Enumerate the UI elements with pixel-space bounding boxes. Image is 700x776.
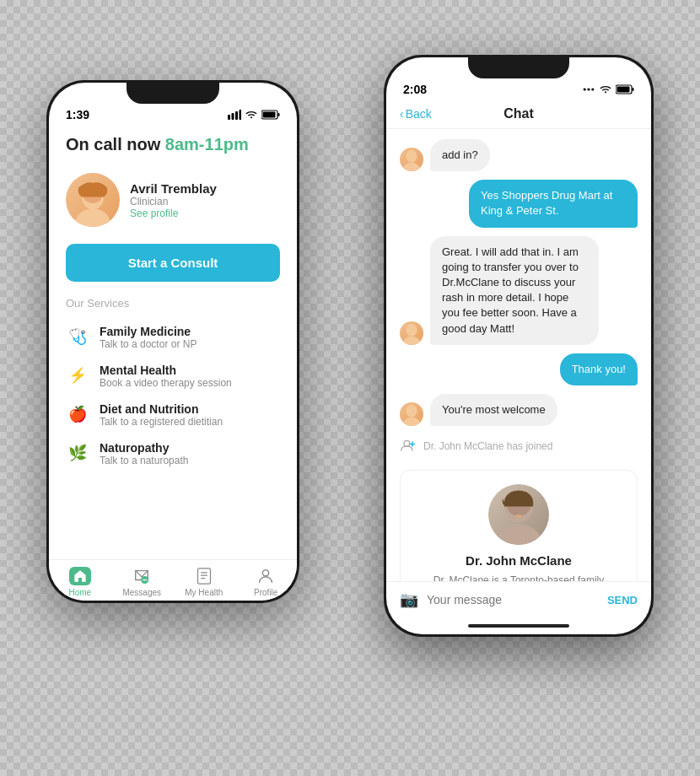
doctor-card: Dr. John McClane Dr. McClane is a Toront… — [400, 470, 638, 581]
family-medicine-desc: Talk to a doctor or NP — [100, 338, 197, 350]
svg-rect-21 — [617, 87, 630, 93]
service-naturopathy[interactable]: 🌿 Naturopathy Talk to a naturopath — [66, 434, 280, 473]
messages-icon — [131, 567, 153, 585]
naturopathy-icon: 🌿 — [66, 441, 89, 465]
bubble-welcome: You're most welcome — [430, 394, 557, 426]
see-profile-link[interactable]: See profile — [130, 207, 217, 219]
phone-left: 1:39 — [46, 80, 299, 603]
msg-row-incoming-long: Great. I will add that in. I am going to… — [400, 236, 638, 345]
wifi-icon-right — [599, 84, 612, 94]
home-bar — [468, 624, 569, 628]
notch-left — [127, 83, 219, 104]
svg-point-24 — [406, 323, 417, 336]
naturopathy-name: Naturopathy — [100, 441, 188, 455]
svg-point-12 — [144, 579, 146, 581]
on-call-title: On call now 8am-11pm — [66, 135, 280, 154]
send-button[interactable]: SEND — [607, 594, 638, 606]
svg-rect-1 — [232, 113, 234, 120]
svg-point-18 — [591, 88, 594, 90]
bubble-outgoing-1: Yes Shoppers Drug Mart at King & Peter S… — [469, 180, 638, 227]
svg-rect-32 — [515, 515, 522, 518]
svg-point-13 — [146, 579, 148, 581]
dots-icon — [582, 85, 595, 94]
add-person-icon — [400, 438, 417, 455]
message-input[interactable] — [427, 593, 599, 606]
tab-home-label: Home — [68, 588, 91, 597]
on-call-header: On call now 8am-11pm — [49, 127, 297, 164]
clinician-card: Avril Tremblay Clinician See profile — [49, 164, 297, 235]
svg-point-30 — [496, 524, 541, 545]
diet-nutrition-name: Diet and Nutrition — [100, 402, 223, 416]
service-family-medicine[interactable]: 🩺 Family Medicine Talk to a doctor or NP — [66, 318, 280, 357]
time-right: 2:08 — [403, 83, 427, 96]
bubble-incoming-long: Great. I will add that in. I am going to… — [430, 236, 599, 345]
service-mental-health[interactable]: ⚡ Mental Health Book a video therapy ses… — [66, 357, 280, 396]
chat-title: Chat — [503, 106, 534, 121]
mental-health-desc: Book a video therapy session — [100, 377, 232, 389]
back-label: Back — [406, 107, 432, 121]
svg-rect-14 — [197, 569, 210, 584]
clinician-avatar-chat — [400, 148, 423, 171]
tab-profile-label: Profile — [254, 588, 277, 597]
svg-rect-20 — [633, 88, 634, 91]
tab-profile[interactable]: Profile — [235, 567, 298, 597]
naturopathy-desc: Talk to a naturopath — [100, 455, 188, 466]
diet-nutrition-desc: Talk to a registered dietitian — [100, 416, 223, 428]
msg-row-outgoing-1: Yes Shoppers Drug Mart at King & Peter S… — [400, 180, 638, 227]
home-indicator-right — [386, 617, 651, 634]
svg-rect-2 — [235, 111, 238, 120]
clinician-avatar-chat-2 — [400, 321, 423, 345]
svg-point-28 — [404, 440, 410, 446]
svg-point-22 — [406, 150, 417, 163]
svg-rect-6 — [263, 112, 276, 118]
battery-icon — [261, 110, 280, 120]
status-icons-right — [582, 84, 634, 94]
battery-icon-right — [616, 84, 634, 94]
tab-messages[interactable]: Messages — [111, 567, 174, 597]
diet-nutrition-icon: 🍎 — [66, 402, 89, 426]
bubble-partial: add in? — [430, 139, 490, 171]
doctor-bio: Dr. McClane is a Toronto-based family ph… — [414, 573, 623, 581]
camera-icon[interactable]: 📷 — [400, 590, 418, 609]
svg-point-15 — [263, 570, 269, 576]
tab-my-health[interactable]: My Health — [173, 567, 235, 597]
svg-rect-5 — [278, 113, 280, 116]
home-icon — [69, 567, 91, 585]
status-icons-left — [228, 110, 280, 120]
wifi-icon — [245, 110, 258, 120]
system-message: Dr. John McClane has joined — [400, 434, 638, 458]
notch-right — [468, 57, 569, 78]
tab-my-health-label: My Health — [185, 588, 223, 597]
phones-container: 1:39 — [30, 30, 670, 746]
tab-messages-label: Messages — [122, 588, 161, 597]
svg-rect-3 — [240, 110, 242, 120]
svg-point-8 — [75, 209, 110, 227]
services-label: Our Services — [66, 297, 280, 310]
clinician-avatar-chat-3 — [400, 402, 423, 426]
phone-right: 2:08 — [384, 55, 654, 637]
svg-rect-0 — [228, 115, 230, 120]
mental-health-icon: ⚡ — [66, 364, 89, 387]
time-left: 1:39 — [66, 108, 89, 121]
msg-row-thank-you: Thank you! — [400, 353, 638, 385]
on-call-hours: 8am-11pm — [165, 135, 249, 154]
chat-header: ‹ Back Chat — [386, 101, 651, 129]
chat-input-bar: 📷 SEND — [386, 581, 651, 617]
chat-back-button[interactable]: ‹ Back — [400, 107, 432, 121]
svg-point-25 — [403, 336, 421, 344]
chat-messages: add in? Yes Shoppers Drug Mart at King &… — [386, 129, 651, 581]
svg-point-27 — [403, 418, 421, 426]
svg-point-26 — [406, 405, 417, 418]
system-message-text: Dr. John McClane has joined — [423, 440, 552, 452]
msg-row-incoming-partial: add in? — [400, 139, 638, 171]
profile-icon — [255, 567, 277, 585]
consult-button[interactable]: Start a Consult — [66, 244, 280, 282]
services-section: Our Services 🩺 Family Medicine Talk to a… — [49, 290, 297, 559]
bubble-thank-you: Thank you! — [560, 353, 638, 385]
clinician-info: Avril Tremblay Clinician See profile — [130, 181, 217, 219]
service-diet-nutrition[interactable]: 🍎 Diet and Nutrition Talk to a registere… — [66, 396, 280, 434]
tab-home[interactable]: Home — [49, 567, 111, 597]
msg-row-welcome: You're most welcome — [400, 394, 638, 426]
mental-health-name: Mental Health — [100, 364, 232, 377]
svg-point-23 — [403, 163, 421, 171]
